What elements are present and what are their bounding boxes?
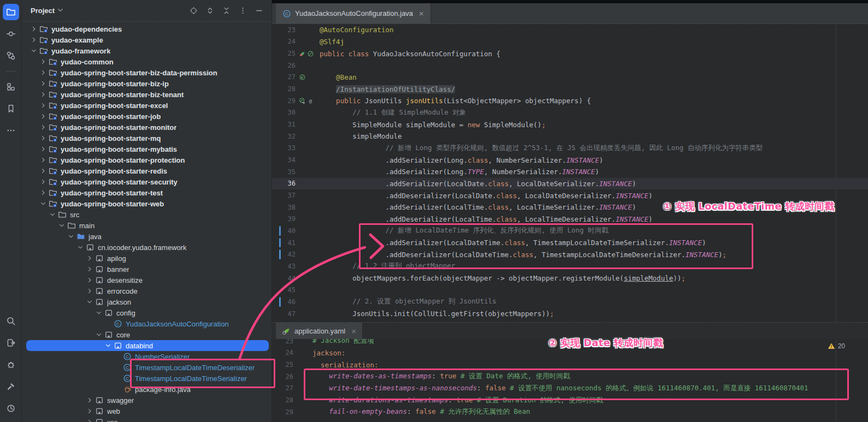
yaml-line-29[interactable]: 29 fail-on-empty-beans: false # 允许序列化无属性…: [271, 406, 868, 418]
chevron-down-icon[interactable]: [95, 308, 103, 317]
project-header-locate-button[interactable]: [187, 5, 199, 17]
activity-bar-bookmarks-button[interactable]: [3, 100, 19, 117]
java-line-40[interactable]: 40 // 新增 LocalDateTime 序列化、反序列化规则, 使用 Lo…: [271, 225, 868, 237]
java-line-24[interactable]: 24@Slf4j: [271, 36, 868, 48]
java-line-46[interactable]: 46 // 2. 设置 objectMapper 到 JsonUtils: [271, 296, 868, 308]
chevron-down-icon[interactable]: [85, 298, 94, 306]
java-editor[interactable]: 23@AutoConfiguration24@Slf4j25public cla…: [271, 24, 868, 322]
tree-row-xss[interactable]: xss: [26, 417, 269, 422]
activity-bar-running-devices-button[interactable]: [3, 335, 19, 351]
page-title[interactable]: Project: [31, 7, 55, 15]
tree-row-yudao-spring-boot-starter-job[interactable]: yudao-spring-boot-starter-job: [26, 111, 269, 122]
inspections-widget[interactable]: 20: [828, 342, 845, 350]
tree-row-yudao-spring-boot-starter-mybatis[interactable]: yudao-spring-boot-starter-mybatis: [26, 144, 269, 154]
tree-row-yudao-spring-boot-starter-protection[interactable]: yudao-spring-boot-starter-protection: [26, 154, 269, 165]
tree-row-yudao-spring-boot-starter-test[interactable]: yudao-spring-boot-starter-test: [26, 187, 269, 198]
tab-application-yaml[interactable]: application.yaml ×: [276, 323, 362, 339]
tree-row-desensitize[interactable]: desensitize: [26, 275, 269, 286]
line-number[interactable]: 34: [271, 156, 296, 164]
tree-row-cn-iocoder-yudao-framework[interactable]: cn.iocoder.yudao.framework: [26, 242, 269, 253]
line-number[interactable]: 28: [271, 85, 296, 93]
line-number[interactable]: 30: [271, 109, 296, 116]
java-line-43[interactable]: 43 // 1.2 注册到 objectMapper: [271, 260, 868, 272]
activity-bar-project-button[interactable]: [3, 4, 19, 20]
java-line-33[interactable]: 33 // 新增 Long 类型序列化规则, 数值超过 2^53-1, 在 JS…: [271, 142, 868, 154]
line-number[interactable]: 31: [271, 121, 296, 128]
tree-row-java[interactable]: java: [26, 231, 269, 242]
close-icon[interactable]: ×: [419, 9, 424, 17]
java-line-36[interactable]: 36 .addSerializer(LocalDate.class, Local…: [271, 178, 868, 190]
chevron-right-icon[interactable]: [29, 35, 38, 44]
activity-bar-more-button[interactable]: [3, 122, 19, 139]
line-number[interactable]: 25: [271, 50, 296, 57]
gutter-at-icon[interactable]: @: [307, 97, 314, 104]
chevron-right-icon[interactable]: [39, 134, 48, 142]
java-line-37[interactable]: 37 .addDeserializer(LocalDate.class, Loc…: [271, 189, 868, 201]
tree-row-yudao-spring-boot-starter-biz-ip[interactable]: yudao-spring-boot-starter-biz-ip: [26, 78, 269, 89]
java-line-47[interactable]: 47 JsonUtils.init(CollUtil.getFirst(obje…: [271, 308, 868, 320]
tree-row-main[interactable]: main: [26, 220, 269, 231]
line-number[interactable]: 29: [271, 408, 293, 416]
line-number[interactable]: 27: [271, 73, 296, 81]
chevron-right-icon[interactable]: [39, 123, 48, 132]
gutter-slash-icon[interactable]: [307, 50, 314, 57]
tab-yudao-jackson-auto-configuration-java[interactable]: C YudaoJacksonAutoConfiguration.java ×: [276, 3, 431, 23]
java-line-38[interactable]: 38 .addSerializer(LocalTime.class, Local…: [271, 201, 868, 213]
yaml-line-27[interactable]: 27 write-date-timestamps-as-nanoseconds:…: [271, 383, 868, 395]
tree-row-timestamplocaldatetimedeserializer[interactable]: CTimestampLocalDateTimeDeserializer: [26, 362, 269, 373]
yaml-editor[interactable]: 23 # Jackson 配置项24 jackson:25 serializat…: [271, 335, 868, 422]
line-number[interactable]: 37: [271, 192, 296, 199]
line-number[interactable]: 36: [271, 180, 296, 187]
tree-row-yudao-example[interactable]: yudao-example: [26, 34, 269, 45]
line-number[interactable]: 42: [271, 251, 296, 258]
yaml-line-28[interactable]: 28 write-durations-as-timestamps: true #…: [271, 394, 868, 406]
chevron-right-icon[interactable]: [85, 407, 94, 415]
line-number[interactable]: 39: [271, 215, 296, 223]
gutter-bean-icon[interactable]: [299, 50, 306, 57]
chevron-right-icon[interactable]: [85, 276, 94, 284]
tree-row-yudao-common[interactable]: yudao-common: [26, 56, 269, 67]
chevron-right-icon[interactable]: [85, 418, 94, 422]
chevron-right-icon[interactable]: [39, 177, 48, 186]
tree-row-yudao-spring-boot-starter-monitor[interactable]: yudao-spring-boot-starter-monitor: [26, 122, 269, 133]
project-header-collapse-button[interactable]: [220, 5, 232, 17]
tree-row-jackson[interactable]: jackson: [26, 296, 269, 307]
chevron-down-icon[interactable]: [76, 243, 85, 252]
line-number[interactable]: 26: [271, 62, 296, 69]
tree-row-yudao-spring-boot-starter-biz-data-permission[interactable]: yudao-spring-boot-starter-biz-data-permi…: [26, 67, 269, 78]
chevron-right-icon[interactable]: [39, 101, 48, 110]
tree-row-databind[interactable]: databind: [26, 340, 269, 351]
line-number[interactable]: 23: [271, 26, 296, 34]
yaml-line-26[interactable]: 26 write-dates-as-timestamps: true # 设置 …: [271, 371, 868, 383]
java-line-28[interactable]: 28 /InstantiationOfUtilityClass/: [271, 83, 868, 95]
project-header-unfold-button[interactable]: [204, 5, 216, 17]
yaml-line-25[interactable]: 25 serialization:: [271, 359, 868, 371]
java-line-45[interactable]: 45: [271, 284, 868, 296]
chevron-right-icon[interactable]: [85, 287, 94, 295]
line-number[interactable]: 47: [271, 310, 296, 318]
tree-row-swagger[interactable]: swagger: [26, 395, 269, 406]
chevron-down-icon[interactable]: [104, 341, 113, 350]
line-number[interactable]: 24: [271, 349, 293, 356]
line-number[interactable]: 27: [271, 384, 293, 392]
tree-row-yudao-spring-boot-starter-biz-tenant[interactable]: yudao-spring-boot-starter-biz-tenant: [26, 89, 269, 100]
line-number[interactable]: 45: [271, 286, 296, 294]
activity-bar-structure-button[interactable]: [3, 79, 19, 95]
chevron-right-icon[interactable]: [29, 25, 38, 33]
tree-row-timestamplocaldatetimeserializer[interactable]: CTimestampLocalDateTimeSerializer: [26, 373, 269, 384]
java-line-27[interactable]: 27 @Bean: [271, 72, 868, 84]
java-line-34[interactable]: 34 .addSerializer(Long.class, NumberSeri…: [271, 154, 868, 166]
line-number[interactable]: 24: [271, 38, 296, 45]
activity-bar-profiler-button[interactable]: [3, 400, 19, 417]
chevron-down-icon[interactable]: [48, 210, 57, 219]
line-number[interactable]: 46: [271, 298, 296, 306]
java-line-31[interactable]: 31 SimpleModule simpleModule = new Simpl…: [271, 118, 868, 130]
line-number[interactable]: 43: [271, 263, 296, 270]
java-line-44[interactable]: 44 objectMappers.forEach(objectMapper ->…: [271, 272, 868, 284]
tree-row-yudao-dependencies[interactable]: yudao-dependencies: [26, 23, 269, 34]
java-line-42[interactable]: 42 .addDeserializer(LocalDateTime.class,…: [271, 248, 868, 260]
tree-row-yudao-spring-boot-starter-redis[interactable]: yudao-spring-boot-starter-redis: [26, 165, 269, 176]
tree-row-numberserializer[interactable]: CNumberSerializer: [26, 351, 269, 362]
chevron-down-icon[interactable]: [67, 232, 75, 241]
tree-row-yudao-framework[interactable]: yudao-framework: [26, 45, 269, 56]
